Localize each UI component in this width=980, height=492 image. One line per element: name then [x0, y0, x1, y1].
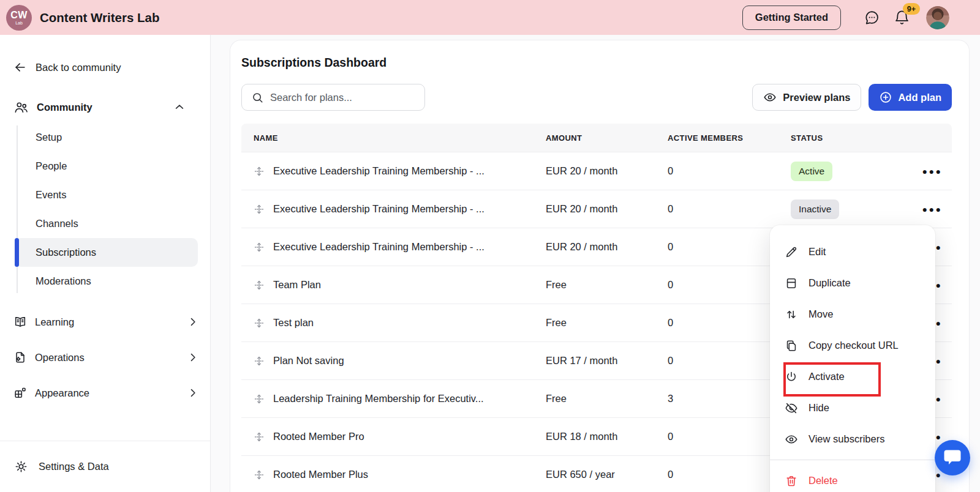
plan-amount: Free: [546, 279, 668, 291]
search-icon: [251, 91, 264, 104]
sidebar-item-events[interactable]: Events: [15, 181, 198, 209]
admin-sidebar: Back to community Community Setup People…: [0, 35, 211, 492]
plan-amount: EUR 20 / month: [546, 241, 668, 253]
add-plan-button[interactable]: Add plan: [869, 84, 952, 111]
menu-item-copy-checkout-url[interactable]: Copy checkout URL: [770, 330, 935, 361]
back-label: Back to community: [36, 62, 121, 73]
menu-item-activate[interactable]: Activate: [770, 361, 935, 392]
chevron-right-icon: [187, 316, 199, 328]
chat-widget-bubble-icon: [943, 449, 962, 467]
column-header-active-members: ACTIVE MEMBERS: [668, 133, 791, 143]
plan-amount: Free: [546, 393, 668, 404]
sidebar-section-operations[interactable]: Operations: [0, 340, 210, 375]
plan-active-members: 0: [668, 165, 791, 177]
plan-active-members: 0: [668, 203, 791, 215]
plan-amount: EUR 18 / month: [546, 431, 668, 442]
sidebar-item-people[interactable]: People: [15, 152, 198, 181]
sidebar-item-moderations[interactable]: Moderations: [15, 267, 198, 296]
row-actions-button[interactable]: ●●●: [922, 204, 943, 214]
community-name: Content Writers Lab: [40, 10, 160, 25]
drag-handle-icon[interactable]: [254, 356, 265, 367]
move-icon: [785, 308, 798, 321]
sidebar-community-label: Community: [37, 102, 92, 113]
plus-circle-icon: [879, 91, 892, 104]
drag-handle-icon[interactable]: [254, 204, 265, 215]
column-header-status: STATUS: [791, 133, 913, 143]
table-row: Executive Leadership Training Membership…: [241, 152, 952, 190]
plan-name: Rooted Member Pro: [273, 431, 364, 442]
trash-icon: [785, 474, 798, 488]
menu-item-move[interactable]: Move: [770, 299, 935, 330]
menu-item-hide[interactable]: Hide: [770, 392, 935, 423]
plan-amount: EUR 17 / month: [546, 355, 668, 367]
back-to-community-link[interactable]: Back to community: [13, 61, 210, 74]
layout-icon: [13, 386, 27, 400]
sidebar-sections: Learning Operations Appearance: [0, 304, 210, 411]
community-people-icon: [13, 100, 29, 115]
chat-bubble-icon: [864, 9, 880, 26]
menu-item-duplicate[interactable]: Duplicate: [770, 267, 935, 299]
sidebar-item-subscriptions[interactable]: Subscriptions: [15, 238, 198, 267]
drag-handle-icon[interactable]: [254, 242, 265, 253]
logo-text: CW: [10, 10, 28, 20]
column-header-name: NAME: [241, 133, 546, 143]
sidebar-item-channels[interactable]: Channels: [15, 209, 198, 238]
eye-off-icon: [785, 401, 798, 415]
power-icon: [785, 370, 798, 384]
table-row: Executive Leadership Training Membership…: [241, 190, 952, 228]
drag-handle-icon[interactable]: [254, 166, 265, 177]
status-badge: Inactive: [791, 199, 839, 219]
eye-icon: [785, 433, 798, 446]
getting-started-button[interactable]: Getting Started: [742, 6, 841, 30]
plan-amount: EUR 20 / month: [546, 203, 668, 215]
sidebar-section-community[interactable]: Community: [13, 97, 197, 117]
settings-label: Settings & Data: [39, 461, 109, 472]
sidebar-section-learning[interactable]: Learning: [0, 304, 210, 340]
plan-name: Test plan: [273, 317, 314, 329]
notifications-button[interactable]: 9+: [894, 9, 910, 26]
page-title: Subscriptions Dashboard: [241, 56, 969, 70]
document-gear-icon: [13, 351, 27, 364]
notification-count-badge: 9+: [903, 3, 920, 15]
menu-item-edit[interactable]: Edit: [770, 236, 935, 267]
chevron-right-icon: [187, 387, 199, 399]
eye-icon: [763, 91, 777, 104]
plan-name: Executive Leadership Training Membership…: [273, 203, 484, 215]
community-subitems: Setup People Events Channels Subscriptio…: [0, 123, 210, 298]
drag-handle-icon[interactable]: [254, 393, 265, 404]
duplicate-icon: [785, 277, 798, 290]
column-header-amount: AMOUNT: [546, 133, 668, 143]
plan-amount: Free: [546, 317, 668, 329]
sidebar-item-setup[interactable]: Setup: [15, 123, 198, 152]
plan-amount: EUR 20 / month: [546, 165, 668, 177]
drag-handle-icon[interactable]: [254, 469, 265, 480]
toolbar: Preview plans Add plan: [241, 84, 952, 111]
copy-icon: [785, 339, 798, 352]
chevron-right-icon: [187, 351, 199, 363]
gear-icon: [13, 459, 29, 474]
preview-plans-button[interactable]: Preview plans: [752, 84, 861, 111]
pencil-icon: [785, 245, 798, 259]
menu-item-view-subscribers[interactable]: View subscribers: [770, 423, 935, 455]
messages-button[interactable]: [864, 9, 880, 26]
drag-handle-icon[interactable]: [254, 318, 265, 329]
settings-and-data-link[interactable]: Settings & Data: [0, 441, 210, 492]
row-actions-button[interactable]: ●●●: [922, 166, 943, 176]
user-avatar[interactable]: [926, 6, 949, 29]
search-input[interactable]: [241, 84, 425, 111]
sidebar-section-appearance[interactable]: Appearance: [0, 375, 210, 411]
arrow-left-icon: [13, 61, 27, 74]
plan-name: Plan Not saving: [273, 355, 344, 367]
plan-name: Rooted Member Plus: [273, 469, 368, 480]
drag-handle-icon[interactable]: [254, 431, 265, 442]
community-logo[interactable]: CW Lab: [6, 5, 32, 31]
table-header: NAME AMOUNT ACTIVE MEMBERS STATUS: [241, 124, 952, 152]
plan-context-menu: Edit Duplicate Move Copy checkout URL Ac…: [770, 225, 935, 492]
support-chat-widget[interactable]: [935, 440, 970, 475]
plan-name: Executive Leadership Training Membership…: [273, 165, 484, 177]
menu-item-delete[interactable]: Delete: [770, 465, 935, 492]
top-header: CW Lab Content Writers Lab Getting Start…: [0, 0, 980, 35]
drag-handle-icon[interactable]: [254, 280, 265, 291]
plan-name: Team Plan: [273, 279, 321, 291]
plan-amount: EUR 650 / year: [546, 469, 668, 480]
